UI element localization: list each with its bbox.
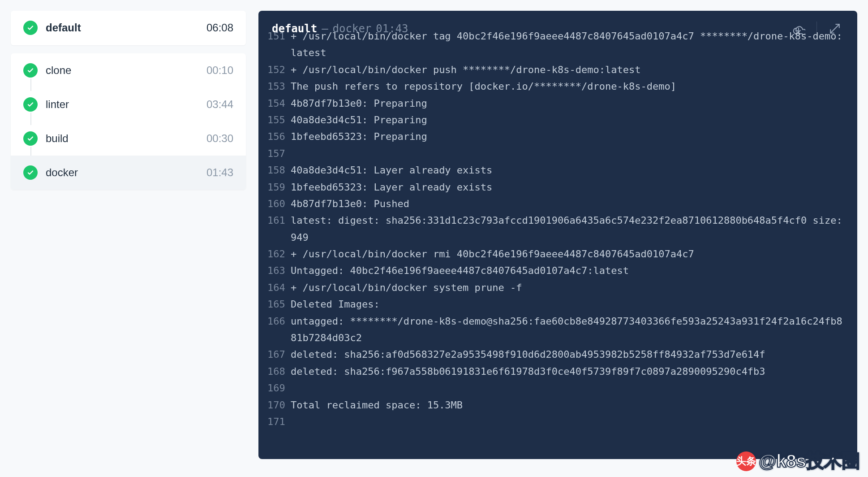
log-line-number: 152 [267, 61, 291, 78]
log-line: 161latest: digest: sha256:331d1c23c793af… [267, 212, 848, 246]
check-icon [23, 21, 38, 35]
watermark-text: @k8s技术圈 [759, 449, 860, 473]
log-line: 169 [267, 380, 848, 396]
log-line-text: 40a8de3d4c51: Preparing [291, 112, 848, 128]
log-line-text: Deleted Images: [291, 296, 848, 312]
log-line-text: deleted: sha256:af0d568327e2a9535498f910… [291, 346, 848, 363]
steps-card: clone00:10linter03:44build00:30docker01:… [11, 53, 246, 190]
log-line: 153The push refers to repository [docker… [267, 78, 848, 95]
log-line: 164+ /usr/local/bin/docker system prune … [267, 279, 848, 296]
log-line: 162+ /usr/local/bin/docker rmi 40bc2f46e… [267, 246, 848, 262]
log-line: 152+ /usr/local/bin/docker push ********… [267, 61, 848, 78]
log-line: 171 [267, 413, 848, 430]
log-line-number: 161 [267, 212, 291, 229]
log-line: 1604b87df7b13e0: Pushed [267, 195, 848, 212]
log-line-number: 151 [267, 28, 291, 44]
log-line: 165Deleted Images: [267, 296, 848, 312]
check-icon [23, 63, 38, 78]
log-line: 168deleted: sha256:f967a558b06191831e6f6… [267, 363, 848, 380]
check-icon [23, 97, 38, 112]
log-line-number: 156 [267, 128, 291, 145]
log-line-text: Untagged: 40bc2f46e196f9aeee4487c8407645… [291, 262, 848, 279]
log-line-text: Total reclaimed space: 15.3MB [291, 397, 848, 413]
log-panel: default — docker 01:43 151+ /usr/local/ [258, 11, 857, 459]
log-line-number: 169 [267, 380, 291, 396]
log-line: 151+ /usr/local/bin/docker tag 40bc2f46e… [267, 28, 848, 61]
log-line-text: The push refers to repository [docker.io… [291, 78, 848, 95]
log-line-text: untagged: ********/drone-k8s-demo@sha256… [291, 313, 848, 347]
log-line-number: 157 [267, 145, 291, 162]
stage-duration: 06:08 [206, 22, 233, 34]
log-line: 170Total reclaimed space: 15.3MB [267, 397, 848, 413]
step-duration: 03:44 [206, 98, 233, 111]
log-line: 166untagged: ********/drone-k8s-demo@sha… [267, 313, 848, 347]
log-line-number: 162 [267, 246, 291, 262]
log-line-text: + /usr/local/bin/docker system prune -f [291, 279, 848, 296]
step-label: build [46, 132, 198, 145]
check-icon [23, 165, 38, 180]
stage-header[interactable]: default 06:08 [11, 11, 246, 45]
stage-card[interactable]: default 06:08 [11, 11, 246, 45]
log-line-text: 40a8de3d4c51: Layer already exists [291, 162, 848, 178]
log-line-number: 166 [267, 313, 291, 330]
log-line-number: 165 [267, 296, 291, 312]
log-line-number: 155 [267, 112, 291, 128]
log-line: 15840a8de3d4c51: Layer already exists [267, 162, 848, 178]
step-item-build[interactable]: build00:30 [11, 121, 246, 156]
log-line: 15540a8de3d4c51: Preparing [267, 112, 848, 128]
log-line-text: 4b87df7b13e0: Preparing [291, 95, 848, 112]
log-line-text: 1bfeebd65323: Layer already exists [291, 179, 848, 195]
log-body[interactable]: 151+ /usr/local/bin/docker tag 40bc2f46e… [258, 28, 857, 459]
log-line: 1591bfeebd65323: Layer already exists [267, 179, 848, 195]
watermark-badge: 头条 [736, 451, 756, 471]
watermark: 头条 @k8s技术圈 [736, 449, 860, 473]
step-label: docker [46, 166, 198, 179]
log-line: 167deleted: sha256:af0d568327e2a9535498f… [267, 346, 848, 363]
log-line-number: 159 [267, 179, 291, 195]
step-item-linter[interactable]: linter03:44 [11, 87, 246, 121]
step-duration: 00:10 [206, 64, 233, 77]
log-line-number: 168 [267, 363, 291, 380]
log-line-text: 1bfeebd65323: Preparing [291, 128, 848, 145]
pipeline-sidebar: default 06:08 clone00:10linter03:44build… [11, 11, 246, 459]
log-line-text: + /usr/local/bin/docker push ********/dr… [291, 61, 848, 78]
step-label: linter [46, 98, 198, 111]
step-duration: 00:30 [206, 132, 233, 145]
log-line: 1544b87df7b13e0: Preparing [267, 95, 848, 112]
check-icon [23, 131, 38, 146]
log-line-number: 153 [267, 78, 291, 95]
log-line: 157 [267, 145, 848, 162]
log-line-number: 170 [267, 397, 291, 413]
log-line-number: 158 [267, 162, 291, 178]
log-line-text: + /usr/local/bin/docker rmi 40bc2f46e196… [291, 246, 848, 262]
step-duration: 01:43 [206, 166, 233, 179]
step-item-clone[interactable]: clone00:10 [11, 53, 246, 87]
step-label: clone [46, 64, 198, 77]
log-line-text: 4b87df7b13e0: Pushed [291, 195, 848, 212]
log-line-number: 163 [267, 262, 291, 279]
log-line-number: 164 [267, 279, 291, 296]
log-line: 163Untagged: 40bc2f46e196f9aeee4487c8407… [267, 262, 848, 279]
step-item-docker[interactable]: docker01:43 [11, 156, 246, 190]
log-line-number: 171 [267, 413, 291, 430]
log-line: 1561bfeebd65323: Preparing [267, 128, 848, 145]
log-line-text: + /usr/local/bin/docker tag 40bc2f46e196… [291, 28, 848, 61]
log-line-text: deleted: sha256:f967a558b06191831e6f6197… [291, 363, 848, 380]
log-line-number: 160 [267, 195, 291, 212]
log-line-number: 154 [267, 95, 291, 112]
log-line-text: latest: digest: sha256:331d1c23c793afccd… [291, 212, 848, 246]
stage-label: default [46, 22, 198, 34]
log-line-number: 167 [267, 346, 291, 363]
